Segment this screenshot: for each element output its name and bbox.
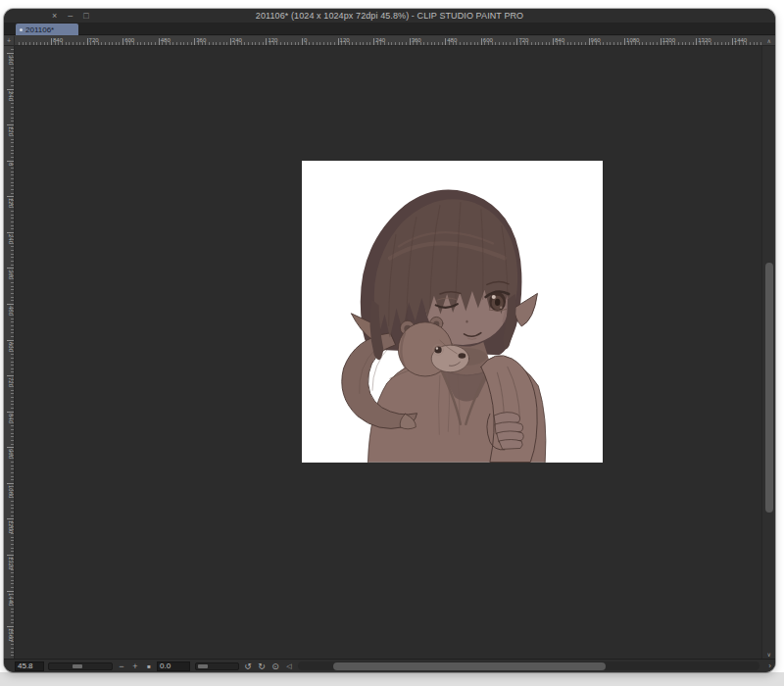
rotation-slider-thumb[interactable] — [198, 664, 208, 668]
rotation-slider[interactable] — [195, 662, 239, 670]
zoom-out-button[interactable]: − — [116, 661, 127, 672]
scroll-down-icon[interactable]: ∨ — [767, 651, 771, 658]
tab-bar: 201106* — [4, 23, 775, 35]
status-bar: 45.8 − + ■ 0.0 ↺ ↻ ⊙ ◁ › — [4, 659, 775, 672]
reset-rotation-button[interactable]: ⊙ — [270, 661, 281, 672]
zoom-slider[interactable] — [48, 662, 113, 670]
ruler-origin-icon: + — [4, 36, 15, 46]
horizontal-scrollbar-thumb[interactable] — [333, 662, 606, 670]
flip-horizontal-button[interactable]: ◁ — [283, 661, 295, 672]
tab-modified-dot-icon — [20, 28, 23, 31]
rotation-value-input[interactable]: 0.0 — [157, 662, 190, 671]
window-title: 201106* (1024 x 1024px 72dpi 45.8%) - CL… — [4, 11, 775, 21]
vertical-scrollbar-thumb[interactable] — [765, 263, 773, 513]
fit-to-screen-button[interactable]: ■ — [143, 661, 155, 672]
desktop-strip — [0, 672, 784, 686]
zoom-value-input[interactable]: 45.8 — [15, 662, 44, 671]
canvas-artwork — [302, 161, 603, 463]
vertical-scrollbar[interactable]: ∨ — [761, 46, 775, 659]
app-window: × – □ 201106* (1024 x 1024px 72dpi 45.8%… — [4, 9, 775, 672]
title-bar: × – □ 201106* (1024 x 1024px 72dpi 45.8%… — [4, 9, 775, 23]
document-tab[interactable]: 201106* — [16, 24, 78, 35]
scroll-right-icon[interactable]: › — [768, 662, 771, 670]
rotate-ccw-button[interactable]: ↺ — [242, 661, 254, 672]
canvas-viewport[interactable] — [15, 46, 761, 659]
top-ruler-row: + 84072060048036024012001202403604806007… — [4, 35, 775, 46]
tab-label: 201106* — [25, 25, 54, 34]
main-area: 3602401200120240360480600720840960108012… — [4, 46, 775, 659]
zoom-slider-thumb[interactable] — [73, 664, 82, 668]
page: { "window": { "title": "201106* (1024 x … — [0, 0, 784, 686]
scroll-up-icon[interactable]: ∧ — [767, 37, 771, 45]
rotate-cw-button[interactable]: ↻ — [256, 661, 268, 672]
top-ruler: 8407206004803602401200120240360480600720… — [15, 36, 761, 45]
canvas-surface[interactable] — [302, 161, 603, 463]
left-ruler: 3602401200120240360480600720840960108012… — [4, 46, 15, 659]
zoom-in-button[interactable]: + — [129, 661, 141, 672]
